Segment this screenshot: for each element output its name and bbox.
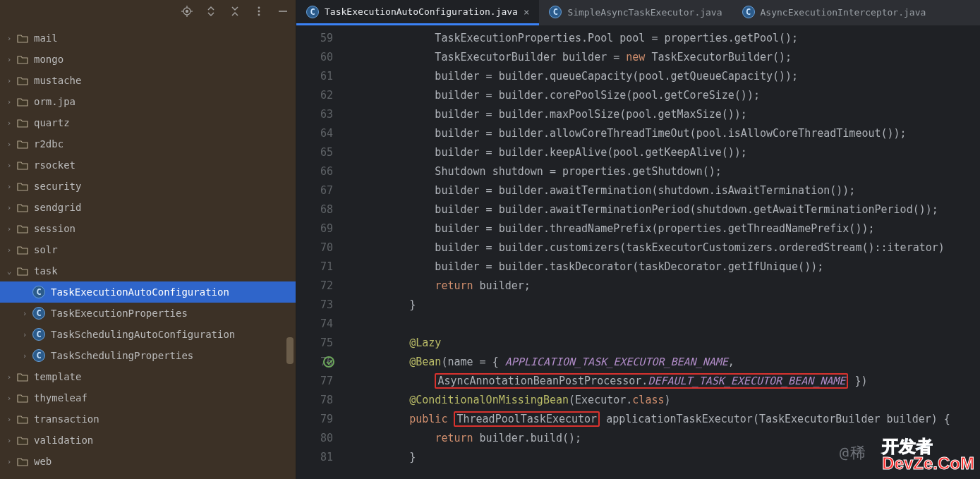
line-number: 70 xyxy=(296,238,333,257)
chevron-right-icon: › xyxy=(4,76,14,85)
code-line[interactable]: TaskExecutorBuilder builder = new TaskEx… xyxy=(358,48,980,67)
code-line[interactable]: builder = builder.taskDecorator(taskDeco… xyxy=(358,257,980,277)
line-number: 61 xyxy=(296,67,333,86)
code-line[interactable]: TaskExecutionProperties.Pool pool = prop… xyxy=(358,29,980,48)
tab-label: TaskExecutionAutoConfiguration.java xyxy=(325,6,518,17)
folder-label: template xyxy=(34,371,81,382)
code-line[interactable]: return builder; xyxy=(358,277,980,296)
tab-label: SimpleAsyncTaskExecutor.java xyxy=(567,7,722,18)
line-number: 74 xyxy=(296,315,333,334)
folder-label: r2dbc xyxy=(34,138,63,150)
code-line[interactable]: Shutdown shutdown = properties.getShutdo… xyxy=(358,162,980,181)
folder-rsocket[interactable]: ›rsocket xyxy=(0,154,296,176)
tab-SimpleAsyncTaskExecutor[interactable]: CSimpleAsyncTaskExecutor.java xyxy=(539,0,732,25)
tab-TaskExecutionAutoConfiguration[interactable]: CTaskExecutionAutoConfiguration.java× xyxy=(296,0,539,25)
code-line[interactable]: AsyncAnnotationBeanPostProcessor.DEFAULT… xyxy=(358,372,980,391)
class-TaskSchedulingAutoConfiguration[interactable]: ›CTaskSchedulingAutoConfiguration xyxy=(0,324,296,345)
chevron-right-icon: › xyxy=(4,161,14,170)
class-TaskSchedulingProperties[interactable]: ›CTaskSchedulingProperties xyxy=(0,345,296,366)
class-icon: C xyxy=(742,6,755,18)
sidebar-scrollbar-thumb[interactable] xyxy=(286,337,294,364)
collapse-icon[interactable] xyxy=(229,6,241,19)
folder-orm-jpa[interactable]: ›orm.jpa xyxy=(0,91,296,112)
code-line[interactable]: builder = builder.keepAlive(pool.getKeep… xyxy=(358,143,980,162)
expand-icon[interactable] xyxy=(205,6,217,19)
folder-transaction[interactable]: ›transaction xyxy=(0,408,296,430)
chevron-right-icon: › xyxy=(4,415,14,424)
folder-mail[interactable]: ›mail xyxy=(0,28,296,49)
class-TaskExecutionAutoConfiguration[interactable]: CTaskExecutionAutoConfiguration xyxy=(0,281,296,303)
svg-point-6 xyxy=(258,7,260,9)
folder-task[interactable]: ⌄task xyxy=(0,260,296,281)
folder-icon xyxy=(17,160,28,170)
class-icon: C xyxy=(306,6,319,18)
code-line[interactable]: builder = builder.queueCapacity(pool.get… xyxy=(358,67,980,86)
code-line[interactable]: @ConditionalOnMissingBean(Executor.class… xyxy=(358,391,980,410)
chevron-right-icon: › xyxy=(4,224,14,234)
code-line[interactable]: @Bean(name = { APPLICATION_TASK_EXECUTOR… xyxy=(358,353,980,372)
folder-icon xyxy=(17,181,28,191)
folder-web[interactable]: ›web xyxy=(0,451,296,472)
code-line[interactable]: builder = builder.allowCoreThreadTimeOut… xyxy=(358,124,980,143)
folder-icon xyxy=(17,118,28,128)
folder-mustache[interactable]: ›mustache xyxy=(0,70,296,91)
line-number: 77 xyxy=(296,372,333,391)
folder-label: mail xyxy=(34,32,58,44)
locate-icon[interactable] xyxy=(181,6,193,19)
line-number: 65 xyxy=(296,143,333,162)
chevron-right-icon: › xyxy=(4,140,14,149)
gutter-marker-icon[interactable] xyxy=(323,356,334,368)
folder-sendgrid[interactable]: ›sendgrid xyxy=(0,197,296,218)
line-number: 64 xyxy=(296,124,333,143)
folder-label: sendgrid xyxy=(34,202,81,213)
code-line[interactable]: builder = builder.awaitTerminationPeriod… xyxy=(358,200,980,219)
folder-security[interactable]: ›security xyxy=(0,176,296,197)
code-content[interactable]: TaskExecutionProperties.Pool pool = prop… xyxy=(346,25,980,479)
folder-quartz[interactable]: ›quartz xyxy=(0,112,296,133)
folder-label: validation xyxy=(34,435,93,446)
class-icon: C xyxy=(32,286,45,298)
close-icon[interactable]: × xyxy=(524,6,529,18)
svg-point-1 xyxy=(186,11,188,13)
folder-label: orm.jpa xyxy=(34,96,75,107)
folder-session[interactable]: ›session xyxy=(0,218,296,239)
folder-icon xyxy=(17,224,28,234)
code-line[interactable]: } xyxy=(358,296,980,315)
line-number: 63 xyxy=(296,105,333,124)
folder-label: solr xyxy=(34,244,58,255)
line-number: 75 xyxy=(296,334,333,353)
editor-area: CTaskExecutionAutoConfiguration.java×CSi… xyxy=(296,0,980,479)
code-line[interactable]: builder = builder.maxPoolSize(pool.getMa… xyxy=(358,105,980,124)
class-TaskExecutionProperties[interactable]: ›CTaskExecutionProperties xyxy=(0,303,296,324)
folder-validation[interactable]: ›validation xyxy=(0,430,296,451)
code-line[interactable]: builder = builder.awaitTermination(shutd… xyxy=(358,181,980,200)
folder-solr[interactable]: ›solr xyxy=(0,239,296,260)
project-tree[interactable]: ›mail›mongo›mustache›orm.jpa›quartz›r2db… xyxy=(0,25,296,479)
folder-label: quartz xyxy=(34,117,70,128)
folder-label: rsocket xyxy=(34,159,75,171)
code-line[interactable] xyxy=(358,315,980,334)
class-icon: C xyxy=(32,307,45,320)
folder-template[interactable]: ›template xyxy=(0,366,296,387)
chevron-down-icon: ⌄ xyxy=(4,267,14,276)
chevron-right-icon: › xyxy=(4,457,14,466)
folder-r2dbc[interactable]: ›r2dbc xyxy=(0,133,296,154)
folder-label: web xyxy=(34,456,52,467)
line-number: 76 xyxy=(296,353,333,372)
tab-AsyncExecutionInterceptor[interactable]: CAsyncExecutionInterceptor.java xyxy=(732,0,936,25)
folder-thymeleaf[interactable]: ›thymeleaf xyxy=(0,387,296,408)
code-line[interactable]: @Lazy xyxy=(358,334,980,353)
folder-icon xyxy=(17,54,28,64)
code-line[interactable]: builder = builder.corePoolSize(pool.getC… xyxy=(358,86,980,105)
chevron-right-icon: › xyxy=(20,351,30,360)
code-line[interactable]: builder = builder.customizers(taskExecut… xyxy=(358,238,980,257)
folder-label: security xyxy=(34,181,81,192)
chevron-right-icon: › xyxy=(20,309,30,318)
minimize-icon[interactable] xyxy=(277,6,289,19)
code-line[interactable]: public ThreadPoolTaskExecutor applicatio… xyxy=(358,410,980,429)
folder-icon xyxy=(17,75,28,85)
chevron-right-icon: › xyxy=(4,203,14,212)
folder-mongo[interactable]: ›mongo xyxy=(0,49,296,70)
code-line[interactable]: builder = builder.threadNamePrefix(prope… xyxy=(358,219,980,238)
more-icon[interactable] xyxy=(253,6,265,19)
